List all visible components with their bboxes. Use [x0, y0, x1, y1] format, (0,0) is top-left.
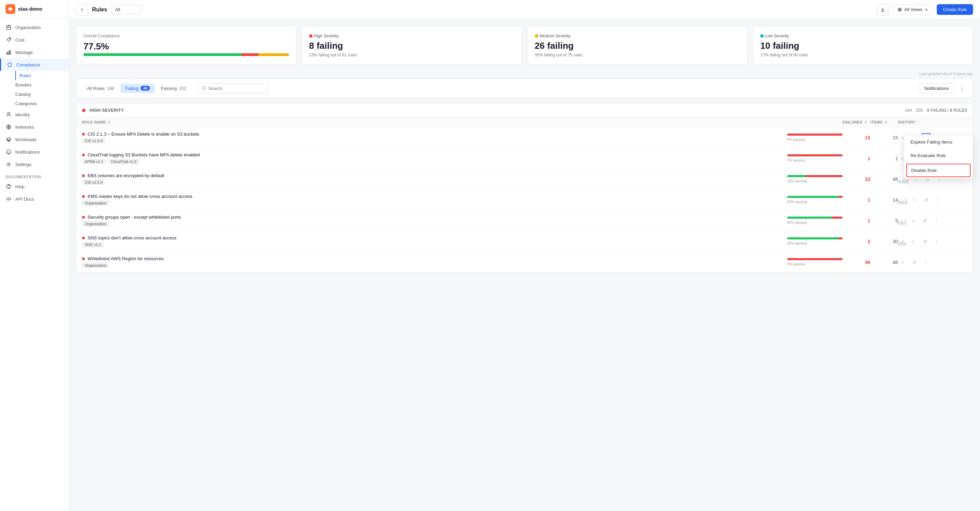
- low-dot: [760, 34, 764, 38]
- section-counts: 144 205 8 FAILING / 8 RULES: [905, 108, 967, 113]
- sidebar-item-notifications[interactable]: Notifications: [0, 146, 69, 158]
- table-row: CloudTrail logging S3 Buckets have MFA d…: [76, 148, 973, 169]
- stat-low-value: 10 failing: [760, 40, 966, 51]
- subnav-catalog[interactable]: Catalog: [15, 90, 69, 99]
- subnav-categories[interactable]: Categories: [15, 99, 69, 108]
- dropdown-item-explore[interactable]: Explore Failing Items: [904, 135, 973, 149]
- history-bar: [902, 221, 903, 225]
- low-severity-label: Low Severity: [760, 33, 966, 38]
- sidebar-item-compliance[interactable]: Compliance: [0, 59, 69, 71]
- pass-bar: [787, 196, 843, 198]
- stat-high: High Severity 8 failing 13% failing out …: [302, 26, 522, 65]
- svg-point-7: [8, 113, 10, 114]
- pass-label: 0% passing: [787, 262, 805, 266]
- section-dot: [82, 109, 86, 112]
- more-button[interactable]: ⋮: [934, 195, 943, 205]
- th-items: ITEMS: [870, 120, 898, 124]
- sidebar-item-wastage[interactable]: Wastage: [0, 46, 69, 59]
- app-logo[interactable]: stax-demo: [0, 0, 69, 18]
- tab-all-rules[interactable]: All Rules 196: [82, 84, 119, 93]
- refresh-button[interactable]: ↺: [922, 195, 931, 205]
- filter-tabs: All Rules 196 Failing 44 Passing 152: [82, 83, 268, 94]
- rule-name-col: KMS master keys do not allow cross accou…: [82, 194, 787, 206]
- items-val: 1: [870, 156, 898, 161]
- app-name: stax-demo: [18, 6, 42, 12]
- tag: Organization: [82, 200, 109, 206]
- sidebar-item-help-label: Help: [15, 184, 25, 189]
- tab-failing[interactable]: Failing 44: [121, 84, 155, 93]
- sidebar-item-workloads[interactable]: Workloads: [0, 133, 69, 146]
- failures-val: 1: [843, 218, 870, 224]
- sidebar-item-api-docs[interactable]: API Docs: [0, 193, 69, 205]
- sidebar-item-help[interactable]: Help: [0, 180, 69, 193]
- search-input[interactable]: [208, 86, 264, 91]
- layers-icon: [6, 136, 12, 143]
- history-bar: [898, 243, 899, 246]
- sidebar: stax-demo Organization Cost: [0, 0, 69, 511]
- pass-bar: [787, 258, 843, 260]
- th-history: HISTORY: [898, 120, 967, 124]
- refresh-button[interactable]: ↺: [910, 258, 919, 267]
- sort-icon: [107, 121, 111, 124]
- history-bar: [898, 221, 899, 225]
- help-icon: [6, 183, 12, 190]
- star-button[interactable]: ☆: [898, 258, 907, 267]
- rule-dot: [82, 133, 85, 136]
- more-button[interactable]: ⋮: [921, 258, 931, 267]
- more-button[interactable]: ⋮: [932, 237, 941, 246]
- section-header-high: HIGH SEVERITY 144 205 8 FAILING / 8 RULE…: [76, 104, 973, 117]
- history-bar: [905, 198, 906, 204]
- rule-name-col: Security groups open - except whiteliste…: [82, 214, 787, 227]
- rule-title: EBS volumes are encrypted by default: [82, 173, 787, 178]
- sidebar-item-settings[interactable]: Settings: [0, 158, 69, 171]
- sidebar-nav: Organization Cost Wastage: [0, 18, 69, 511]
- history-bars: [898, 237, 906, 246]
- notifications-button[interactable]: Notifications: [919, 83, 954, 94]
- dropdown-item-reevaluate[interactable]: Re-Evaluate Rule: [904, 149, 973, 162]
- table-row: EBS volumes are encrypted by default CIS…: [76, 169, 973, 190]
- dropdown-item-disable[interactable]: Disable Rule: [906, 163, 970, 177]
- search-box[interactable]: [197, 83, 268, 94]
- pass-bar-col: 33% passing: [787, 175, 843, 183]
- sidebar-item-cost[interactable]: Cost: [0, 33, 69, 46]
- back-button[interactable]: [76, 4, 88, 16]
- svg-point-3: [10, 38, 10, 39]
- star-button[interactable]: ☆: [909, 216, 918, 225]
- sidebar-item-identity[interactable]: Identity: [0, 108, 69, 121]
- rule-tags: SNS v1.1: [82, 242, 787, 248]
- star-button[interactable]: ☆: [909, 237, 918, 246]
- rule-title: KMS master keys do not allow cross accou…: [82, 194, 787, 199]
- filter-select[interactable]: All High Medium Low: [111, 5, 142, 14]
- more-options-button[interactable]: ⋮: [957, 83, 967, 94]
- pass-bar-green: [787, 237, 839, 240]
- rule-tags: Organization: [82, 263, 787, 268]
- building-icon: [6, 24, 12, 30]
- star-button[interactable]: ☆: [910, 195, 919, 205]
- header-right: All Views Create Rule: [877, 4, 973, 16]
- subnav-rules[interactable]: Rules: [15, 71, 69, 80]
- items-val: 30: [870, 239, 898, 244]
- pass-label: 93% passing: [787, 241, 807, 245]
- create-rule-button[interactable]: Create Rule: [937, 4, 973, 15]
- history-bar: [899, 241, 900, 246]
- subnav-bundles[interactable]: Bundles: [15, 80, 69, 90]
- sidebar-item-identity-label: Identity: [15, 112, 30, 117]
- sidebar-item-organization[interactable]: Organization: [0, 21, 69, 33]
- stat-low: Low Severity 10 failing 17% failing out …: [753, 26, 973, 65]
- refresh-button[interactable]: ↺: [920, 216, 929, 225]
- more-button[interactable]: ⋮: [932, 216, 941, 225]
- pass-bar-col: 93% passing: [787, 196, 843, 204]
- pass-label: 0% passing: [787, 159, 805, 162]
- bell-icon: [6, 149, 12, 155]
- history-bars: [898, 217, 906, 225]
- history-bar: [899, 179, 900, 183]
- refresh-button[interactable]: ↺: [920, 237, 929, 246]
- tab-passing[interactable]: Passing 152: [156, 84, 191, 93]
- sidebar-item-notifications-label: Notifications: [15, 149, 40, 155]
- download-button[interactable]: [877, 4, 889, 16]
- shield-icon: [6, 62, 13, 68]
- history-bar: [904, 241, 905, 246]
- sidebar-item-networks[interactable]: Networks: [0, 121, 69, 133]
- all-views-button[interactable]: All Views: [893, 5, 932, 14]
- last-updated: Last updated about 3 hours ago: [76, 71, 973, 76]
